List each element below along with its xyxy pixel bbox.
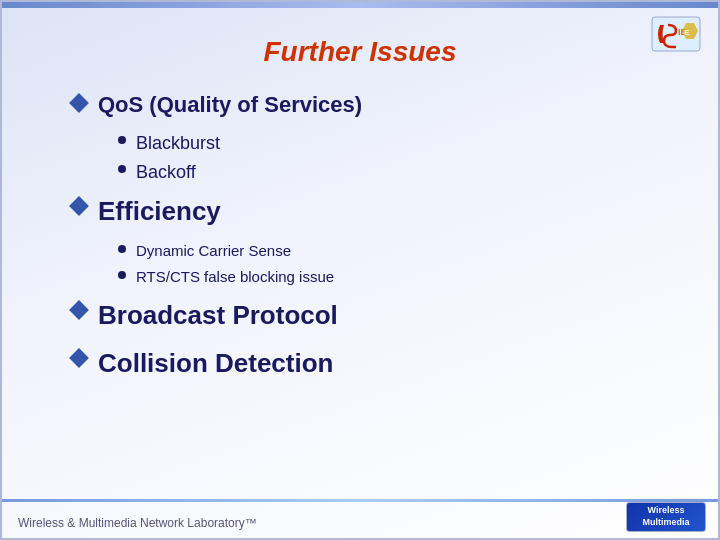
- dcs-label: Dynamic Carrier Sense: [136, 240, 291, 263]
- slide: IE E Further Issues QoS (Quality of Serv…: [0, 0, 720, 540]
- efficiency-sub-bullets: Dynamic Carrier Sense RTS/CTS false bloc…: [118, 240, 678, 289]
- sub-item-blackburst: Blackburst: [118, 131, 678, 156]
- bottom-accent-bar: [2, 499, 718, 502]
- qos-label: QoS (Quality of Services): [98, 90, 362, 121]
- rts-label: RTS/CTS false blocking issue: [136, 266, 334, 289]
- sub-item-rts: RTS/CTS false blocking issue: [118, 266, 678, 289]
- footer-logo-line1: Wireless: [648, 505, 685, 515]
- diamond-icon: [69, 196, 89, 216]
- footer-logo-label: Wireless Multimedia: [642, 505, 689, 528]
- sub-dot-icon: [118, 245, 126, 253]
- backoff-label: Backoff: [136, 160, 196, 185]
- efficiency-label: Efficiency: [98, 193, 221, 229]
- top-accent-bar: [2, 2, 718, 8]
- diamond-icon: [69, 300, 89, 320]
- sub-dot-icon: [118, 165, 126, 173]
- diamond-icon: [69, 348, 89, 368]
- sub-item-dcs: Dynamic Carrier Sense: [118, 240, 678, 263]
- qos-sub-bullets: Blackburst Backoff: [118, 131, 678, 185]
- sub-item-backoff: Backoff: [118, 160, 678, 185]
- svg-text:E: E: [684, 28, 690, 37]
- content-area: QoS (Quality of Services) Blackburst Bac…: [42, 90, 678, 381]
- main-item-broadcast: Broadcast Protocol: [72, 297, 678, 333]
- broadcast-label: Broadcast Protocol: [98, 297, 338, 333]
- slide-title: Further Issues: [42, 36, 678, 68]
- logo: IE E: [650, 14, 702, 54]
- footer-text: Wireless & Multimedia Network Laboratory…: [18, 516, 257, 530]
- sub-dot-icon: [118, 271, 126, 279]
- collision-label: Collision Detection: [98, 345, 333, 381]
- footer-logo: Wireless Multimedia: [626, 502, 706, 532]
- blackburst-label: Blackburst: [136, 131, 220, 156]
- main-item-qos: QoS (Quality of Services): [72, 90, 678, 121]
- footer-logo-line2: Multimedia: [642, 517, 689, 527]
- diamond-icon: [69, 93, 89, 113]
- main-item-efficiency: Efficiency: [72, 193, 678, 229]
- main-item-collision: Collision Detection: [72, 345, 678, 381]
- sub-dot-icon: [118, 136, 126, 144]
